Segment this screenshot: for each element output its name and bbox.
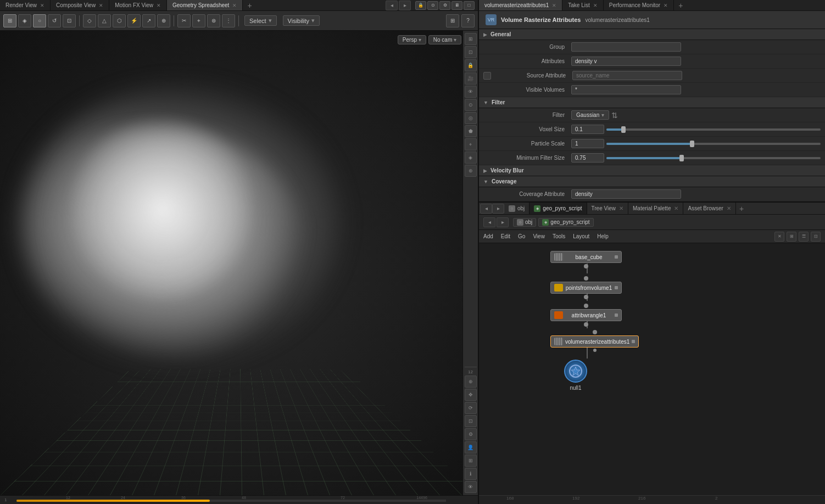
tab-take-list[interactable]: Take List ✕: [562, 0, 603, 10]
close-icon[interactable]: ✕: [40, 3, 44, 8]
node-box-pointsfromvolume[interactable]: pointsfromvolume1: [550, 282, 622, 294]
select-dropdown[interactable]: Select: [244, 15, 277, 26]
back-button[interactable]: ◂: [386, 1, 398, 10]
forward-button[interactable]: ▸: [399, 1, 411, 10]
side-icon-8[interactable]: ⬟: [465, 125, 477, 137]
node-back-btn[interactable]: ◂: [480, 204, 492, 214]
node-pointsfromvolume[interactable]: pointsfromvolume1: [550, 276, 622, 299]
node-out-attribwrangle[interactable]: [584, 322, 588, 327]
icon-btn-2[interactable]: ⊙: [427, 1, 438, 10]
tab-volumerasterize[interactable]: volumerasterizeattributes1 ✕: [479, 0, 562, 10]
visible-volumes-input[interactable]: [571, 85, 681, 94]
general-section-header[interactable]: ▶ General: [479, 29, 825, 40]
node-attribwrangle[interactable]: attribwrangle1: [550, 304, 622, 327]
tool-btn-7[interactable]: △: [98, 14, 111, 27]
icon-btn-1[interactable]: 🔒: [415, 1, 426, 10]
node-box-volumerasterize[interactable]: volumerasterizeattributes1: [550, 335, 639, 348]
close-icon[interactable]: ✕: [664, 3, 668, 8]
velocity-section-header[interactable]: ▶ Velocity Blur: [479, 165, 825, 176]
menu-tools[interactable]: Tools: [553, 233, 565, 239]
voxel-size-handle[interactable]: [621, 126, 626, 133]
camera-btn[interactable]: No cam: [428, 35, 461, 44]
node-out-base-cube[interactable]: [584, 264, 588, 268]
add-right-tab-button[interactable]: +: [674, 0, 687, 10]
material-palette-close[interactable]: ✕: [674, 205, 678, 211]
tool-btn-3[interactable]: ○: [33, 14, 46, 27]
tool-btn-4[interactable]: ↺: [48, 14, 61, 27]
side-icon-info[interactable]: ℹ: [465, 468, 477, 480]
tab-composite-view[interactable]: Composite View ✕: [51, 0, 109, 10]
close-icon[interactable]: ✕: [99, 3, 103, 8]
add-tab-button[interactable]: +: [243, 0, 256, 10]
side-icon-pan[interactable]: ✥: [465, 389, 477, 401]
group-input[interactable]: [571, 42, 681, 52]
close-icon[interactable]: ✕: [552, 3, 556, 8]
side-icon-2[interactable]: ⊡: [465, 46, 477, 58]
tab-performance-monitor[interactable]: Performance Monitor ✕: [604, 0, 674, 10]
menu-view[interactable]: View: [533, 233, 545, 239]
node-graph-canvas[interactable]: base_cube pointsfromvolume1: [479, 243, 825, 495]
breadcrumb-geo[interactable]: ◈ geo_pyro_script: [538, 218, 593, 227]
min-filter-slider[interactable]: [606, 157, 821, 159]
node-volumerasterize[interactable]: volumerasterizeattributes1: [550, 330, 639, 352]
visibility-dropdown[interactable]: Visibility: [283, 15, 320, 26]
filter-arrows-icon[interactable]: ⇅: [611, 111, 618, 120]
node-in-volumerasterize[interactable]: [593, 330, 597, 334]
menu-layout[interactable]: Layout: [573, 233, 589, 239]
side-icon-zoom[interactable]: ⊕: [465, 376, 477, 388]
close-layout-btn[interactable]: ✕: [774, 232, 784, 242]
voxel-size-slider[interactable]: [606, 128, 821, 131]
node-back-btn-2[interactable]: ◂: [483, 217, 495, 227]
list-layout-btn[interactable]: ☰: [799, 232, 809, 242]
node-out-volumerasterize[interactable]: [593, 349, 597, 352]
tab-tree-view[interactable]: Tree View ✕: [587, 203, 628, 214]
help-btn[interactable]: ?: [461, 14, 475, 27]
asset-browser-close[interactable]: ✕: [727, 205, 731, 211]
tab-render-view[interactable]: Render View ✕: [0, 0, 51, 10]
tool-btn-2[interactable]: ◈: [18, 14, 31, 27]
tool-btn-1[interactable]: ⊞: [3, 14, 16, 27]
side-icon-11[interactable]: ⊛: [465, 165, 477, 177]
close-icon[interactable]: ✕: [232, 3, 237, 8]
node-box-base-cube[interactable]: base_cube: [550, 251, 622, 263]
menu-help[interactable]: Help: [597, 233, 609, 239]
source-attr-input[interactable]: [572, 71, 682, 80]
add-node-tab-btn[interactable]: +: [736, 204, 747, 213]
tool-btn-14[interactable]: ⊛: [207, 14, 220, 27]
tree-view-close[interactable]: ✕: [619, 205, 623, 211]
tool-btn-5[interactable]: ⊡: [63, 14, 76, 27]
tool-btn-6[interactable]: ◇: [83, 14, 96, 27]
breadcrumb-obj[interactable]: ○ obj: [513, 218, 536, 227]
menu-go[interactable]: Go: [518, 233, 525, 239]
null-node-icon[interactable]: [564, 360, 587, 383]
menu-edit[interactable]: Edit: [501, 233, 510, 239]
icon-btn-5[interactable]: □: [464, 1, 475, 10]
min-filter-input[interactable]: [571, 153, 604, 163]
node-in-attribwrangle[interactable]: [584, 304, 588, 308]
side-icon-grid[interactable]: ⊞: [465, 455, 477, 467]
node-null1[interactable]: null1: [564, 360, 587, 391]
node-fwd-btn-2[interactable]: ▸: [497, 217, 509, 227]
icon-btn-3[interactable]: ⚙: [439, 1, 450, 10]
viewport[interactable]: Persp No cam ⊞ ⊡ 🔒 🎥 👁 ⊙ ◎ ⬟ ⌖ ◈ ⊛: [0, 31, 478, 495]
perspective-btn[interactable]: Persp: [398, 35, 426, 44]
node-base-cube[interactable]: base_cube: [550, 251, 622, 268]
side-icon-5[interactable]: 👁: [465, 86, 477, 98]
menu-add[interactable]: Add: [483, 233, 493, 239]
tab-asset-browser[interactable]: Asset Browser ✕: [683, 203, 735, 214]
coverage-section-header[interactable]: ▼ Coverage: [479, 176, 825, 187]
tab-material-palette[interactable]: Material Palette ✕: [628, 203, 683, 214]
particle-scale-input[interactable]: [571, 139, 604, 148]
tool-btn-15[interactable]: ⋮: [222, 14, 235, 27]
side-icon-7[interactable]: ◎: [465, 112, 477, 124]
tab-motion-fx[interactable]: Motion FX View ✕: [109, 0, 167, 10]
node-box-attribwrangle[interactable]: attribwrangle1: [550, 309, 622, 321]
coverage-attr-input[interactable]: [571, 189, 681, 199]
particle-scale-handle[interactable]: [690, 141, 694, 147]
attributes-input[interactable]: [571, 57, 681, 66]
particle-scale-slider[interactable]: [606, 143, 821, 145]
tab-geometry-spreadsheet[interactable]: Geometry Spreadsheet ✕: [167, 0, 243, 10]
tool-btn-9[interactable]: ⚡: [127, 14, 141, 27]
side-icon-3[interactable]: 🔒: [465, 59, 477, 71]
display-options-btn[interactable]: ⊞: [446, 14, 459, 27]
